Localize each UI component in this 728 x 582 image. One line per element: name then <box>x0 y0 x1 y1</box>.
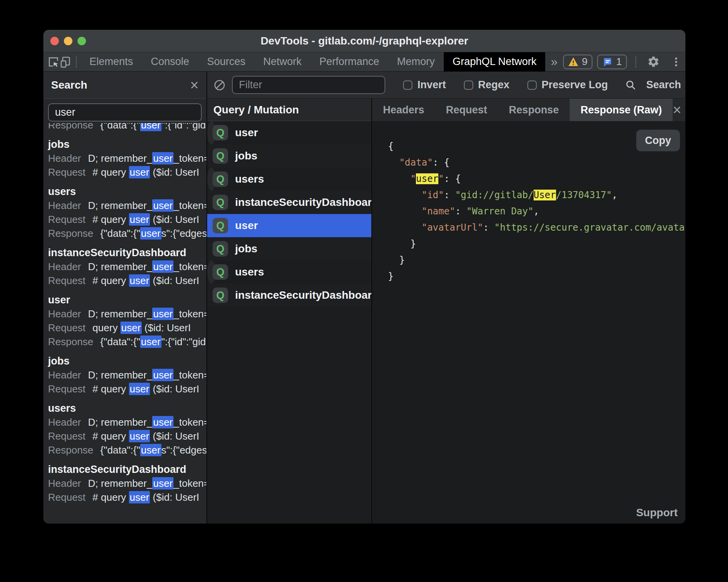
detail-tab-response[interactable]: Response <box>498 99 570 121</box>
network-search-button[interactable]: Search <box>625 79 681 91</box>
search-result-line[interactable]: Request# query user ($id: UserI <box>48 490 206 504</box>
result-value: D; remember_user_token=e <box>88 260 206 273</box>
result-value: D; remember_user_token=e <box>88 369 206 381</box>
search-result-line[interactable]: HeaderD; remember_user_token=e <box>48 260 206 274</box>
support-link[interactable]: Support <box>636 507 678 519</box>
result-value: {"data":{"users":{"edges <box>100 227 206 240</box>
filter-option-invert[interactable]: Invert <box>403 79 446 91</box>
search-match-highlight: user <box>152 416 173 428</box>
search-result-line[interactable]: Response{"data":{"user":{"id":"gid <box>48 123 206 132</box>
json-search-highlight: User <box>534 190 556 200</box>
checkbox-preserve-log[interactable] <box>527 80 537 90</box>
toolbar-separator <box>76 56 77 68</box>
result-value: D; remember_user_token=e <box>88 308 206 320</box>
search-result-group: instanceSecurityDashboardHeaderD; rememb… <box>48 462 206 504</box>
query-list-item-jobs[interactable]: Qjobs <box>207 144 371 168</box>
detail-tab-headers[interactable]: Headers <box>372 99 435 121</box>
query-list-item-instancesecuritydashboard[interactable]: QinstanceSecurityDashboard <box>207 284 371 307</box>
result-value: # query user ($id: UserI <box>93 383 199 395</box>
search-input[interactable] <box>48 103 202 122</box>
search-result-line[interactable]: Request# query user ($id: UserI <box>48 165 206 179</box>
result-value: # query user ($id: UserI <box>93 213 199 226</box>
tab-console[interactable]: Console <box>142 52 198 72</box>
json-view: { "data": { "user": { "id": "gid://gitla… <box>388 138 685 284</box>
settings-button[interactable] <box>645 54 663 70</box>
json-line: } <box>388 252 685 268</box>
search-result-line[interactable]: Request# query user ($id: UserI <box>48 382 206 396</box>
detail-tab-request[interactable]: Request <box>435 99 498 121</box>
query-name: jobs <box>235 150 258 162</box>
query-list-item-instancesecuritydashboard[interactable]: QinstanceSecurityDashboard <box>207 191 371 214</box>
query-name: user <box>235 219 258 232</box>
result-value: D; remember_user_token=e <box>88 199 206 212</box>
result-field-label: Request <box>48 322 86 334</box>
tab-sources[interactable]: Sources <box>198 52 254 72</box>
detail-tab-response-raw[interactable]: Response (Raw) <box>570 99 673 121</box>
filter-option-preserve-log[interactable]: Preserve Log <box>527 79 608 91</box>
search-group-title: users <box>48 401 206 415</box>
json-line: { <box>388 138 685 154</box>
search-icon <box>625 79 637 91</box>
search-result-line[interactable]: HeaderD; remember_user_token=e <box>48 307 206 321</box>
search-result-line[interactable]: HeaderD; remember_user_token=e <box>48 151 206 165</box>
search-result-line[interactable]: Requestquery user ($id: UserI <box>48 321 206 335</box>
query-list-item-jobs[interactable]: Qjobs <box>207 237 371 260</box>
query-list-item-user[interactable]: Quser <box>207 214 371 237</box>
search-match-highlight: user <box>152 369 173 381</box>
warning-icon <box>568 57 579 67</box>
tab-graphql-network[interactable]: GraphQL Network <box>444 52 546 72</box>
filter-input[interactable] <box>232 76 385 94</box>
search-result-line[interactable]: HeaderD; remember_user_token=e <box>48 476 206 490</box>
search-result-line[interactable]: Request# query user ($id: UserI <box>48 274 206 288</box>
result-field-label: Request <box>48 166 86 178</box>
detail-close-button[interactable]: × <box>673 103 681 117</box>
inspect-element-button[interactable] <box>47 54 60 70</box>
result-field-label: Header <box>48 369 81 381</box>
warning-count: 9 <box>582 56 587 68</box>
search-match-highlight: user <box>140 336 161 348</box>
warnings-badge[interactable]: 9 <box>563 55 592 69</box>
search-result-line[interactable]: Response{"data":{"user":{"id":"gid <box>48 335 206 349</box>
search-group-title: jobs <box>48 354 206 368</box>
checkbox-invert[interactable] <box>403 80 412 90</box>
query-list-item-users[interactable]: Qusers <box>207 260 216 284</box>
search-result-line[interactable]: Response{"data":{"users":{"edges <box>48 443 206 457</box>
result-field-label: Request <box>48 430 86 442</box>
tab-network[interactable]: Network <box>254 52 311 72</box>
search-result-line[interactable]: HeaderD; remember_user_token=e <box>48 415 206 429</box>
search-match-highlight: user <box>140 444 161 456</box>
issues-badge[interactable]: 1 <box>597 55 627 69</box>
search-result-line[interactable]: Response{"data":{"users":{"edges <box>48 226 206 240</box>
search-result-group: jobsHeaderD; remember_user_token=eReques… <box>48 137 206 179</box>
search-result-line[interactable]: Request# query user ($id: UserI <box>48 429 206 443</box>
search-match-highlight: user <box>140 123 161 131</box>
filter-checkboxes: InvertRegexPreserve Log <box>403 79 608 91</box>
search-result-group: userHeaderD; remember_user_token=eReques… <box>48 293 206 349</box>
json-line: "user": { <box>388 171 685 187</box>
result-field-label: Response <box>48 336 93 347</box>
checkbox-regex[interactable] <box>464 80 473 90</box>
more-options-button[interactable] <box>667 54 685 70</box>
search-close-button[interactable]: × <box>190 78 199 92</box>
tab-elements[interactable]: Elements <box>81 52 142 72</box>
search-result-line[interactable]: HeaderD; remember_user_token=e <box>48 199 206 212</box>
result-value: # query user ($id: UserI <box>93 491 199 503</box>
tab-memory[interactable]: Memory <box>388 52 444 72</box>
search-match-highlight: user <box>152 308 173 320</box>
tab-performance[interactable]: Performance <box>311 52 388 72</box>
devtools-tabbar: ElementsConsoleSourcesNetworkPerformance… <box>43 52 685 72</box>
search-result-line[interactable]: Request# query user ($id: UserI <box>48 212 206 226</box>
device-toolbar-button[interactable] <box>60 54 72 70</box>
result-field-label: Request <box>48 275 86 286</box>
toolbar-separator-2 <box>635 56 636 68</box>
query-list-item-user[interactable]: Quser <box>207 121 216 144</box>
response-raw-view: Copy { "data": { "user": { "id": "gid://… <box>372 121 685 524</box>
search-result-line[interactable]: HeaderD; remember_user_token=e <box>48 368 206 382</box>
result-field-label: Header <box>48 200 81 211</box>
block-clear-icon[interactable] <box>213 79 226 91</box>
query-list-item-users[interactable]: Qusers <box>207 168 216 191</box>
filter-option-regex[interactable]: Regex <box>464 79 510 91</box>
json-line: "name": "Warren Day", <box>388 203 685 219</box>
search-results: Response{"data":{"user":{"id":"gidjobsHe… <box>43 123 206 524</box>
more-tabs-button[interactable]: » <box>545 55 563 69</box>
